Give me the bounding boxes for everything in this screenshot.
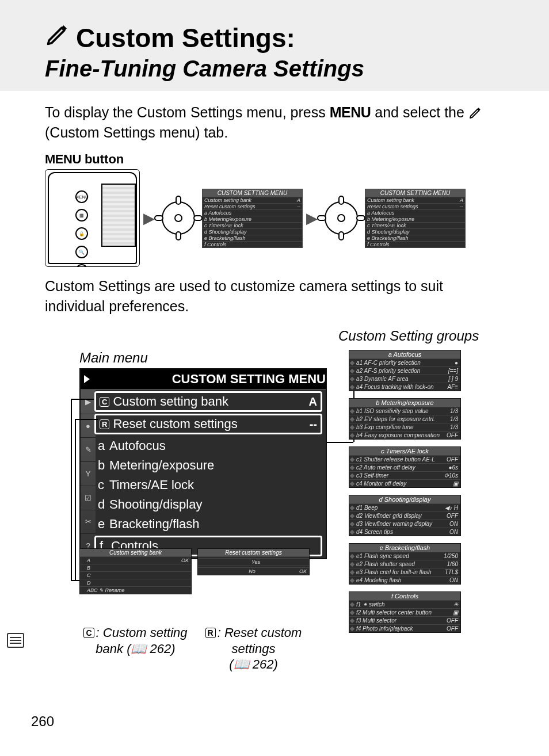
lcd-preview-1: CUSTOM SETTING MENU Custom setting bankA… bbox=[202, 189, 303, 248]
main-menu-item: CCustom setting bankA bbox=[94, 391, 322, 412]
group-title: f Controls bbox=[349, 592, 460, 600]
mini-menu-row: b Metering/exposure bbox=[365, 216, 465, 222]
mini-menu-row: c Timers/AE lock bbox=[203, 222, 302, 228]
group-panel: f Controlsf1 ⁕ switch✳f2 Multi selector … bbox=[349, 591, 461, 633]
mini-menu-row: d Shooting/display bbox=[203, 228, 302, 235]
mini-menu-row: e Bracketing/flash bbox=[203, 235, 302, 241]
main-lcd-title: CUSTOM SETTING MENU bbox=[172, 372, 326, 387]
group-row: d2 Viewfinder grid displayOFF bbox=[349, 511, 460, 520]
title-text-1: Custom Settings: bbox=[76, 22, 295, 54]
mini-menu-row: d Shooting/display bbox=[365, 228, 465, 235]
menu-button-caption: MENU button bbox=[45, 152, 504, 167]
title-text-2: Fine-Tuning Camera Settings bbox=[45, 56, 549, 82]
reset-custom-settings-screen: Reset custom settings YesNoOK bbox=[197, 548, 310, 575]
custom-setting-bank-screen: Custom setting bank AOKBCDABC ✎ Rename bbox=[79, 548, 192, 594]
group-title: b Metering/exposure bbox=[349, 399, 460, 407]
multi-selector-icon bbox=[158, 198, 199, 238]
group-title: a Autofocus bbox=[349, 350, 460, 358]
group-row: b3 Exp comp/fine tune1/3 bbox=[349, 423, 460, 431]
mini-menu-row: Custom setting bankA bbox=[365, 197, 465, 203]
group-panel: e Bracketing/flashe1 Flash sync speed1/2… bbox=[349, 543, 461, 585]
group-row: c2 Auto meter-off delay●6s bbox=[349, 463, 460, 471]
sub-bank-title: Custom setting bank bbox=[80, 549, 191, 556]
main-menu-item: eBracketing/flash bbox=[81, 514, 326, 534]
group-row: a4 Focus tracking with lock-onAF≡ bbox=[349, 383, 460, 391]
menu-section-icon bbox=[7, 633, 24, 648]
mini-menu-row: f Controls bbox=[365, 241, 465, 247]
groups-label: Custom Setting groups bbox=[338, 328, 479, 344]
arrow-right-icon: ▶ bbox=[306, 209, 318, 227]
mini-menu-row: c Timers/AE lock bbox=[365, 222, 465, 228]
bank-cap-2: bank (📖 262) bbox=[96, 642, 175, 656]
intro-pre: To display the Custom Settings menu, pre… bbox=[45, 104, 330, 120]
group-row: c1 Shutter-release button AE-LOFF bbox=[349, 455, 460, 463]
main-menu-item: cTimers/AE lock bbox=[81, 475, 326, 495]
button-word: button bbox=[81, 152, 124, 166]
navigation-diagram: MENU▦🔒🔍OK ▶ CUSTOM SETTING MENU Custom s… bbox=[45, 169, 504, 267]
page-header: Custom Settings: Fine-Tuning Camera Sett… bbox=[0, 0, 549, 91]
bank-row: C bbox=[80, 571, 191, 579]
group-panel: a Autofocusa1 AF-C priority selection●a2… bbox=[349, 350, 461, 391]
group-panel: c Timers/AE lockc1 Shutter-release butto… bbox=[349, 446, 461, 488]
group-row: d1 Beep◀♪ H bbox=[349, 503, 460, 511]
reset-cap-2: settings bbox=[232, 642, 276, 656]
group-row: b1 ISO sensitivity step value1/3 bbox=[349, 407, 460, 415]
group-title: d Shooting/display bbox=[349, 495, 460, 503]
reset-caption: R: Reset custom settings (📖 262) bbox=[197, 625, 310, 673]
title-line-1: Custom Settings: bbox=[45, 22, 549, 54]
bank-row: D bbox=[80, 579, 191, 586]
main-lcd-menu: CUSTOM SETTING MENU ▶●✎Y☑✂? CCustom sett… bbox=[79, 368, 327, 559]
bank-row: B bbox=[80, 564, 191, 571]
mini-menu-row: Custom setting bankA bbox=[203, 197, 302, 203]
group-row: e1 Flash sync speed1/250 bbox=[349, 552, 460, 560]
group-row: f1 ⁕ switch✳ bbox=[349, 600, 460, 608]
group-row: d4 Screen tipsON bbox=[349, 528, 460, 536]
reset-cap-3: (📖 262) bbox=[229, 657, 277, 671]
pre-c: C bbox=[83, 628, 94, 638]
main-menu-item: aAutofocus bbox=[81, 436, 326, 456]
description-paragraph: Custom Settings are used to customize ca… bbox=[45, 276, 504, 316]
group-row: f4 Photo info/playbackOFF bbox=[349, 624, 460, 632]
group-row: a2 AF-S priority selection[==] bbox=[349, 366, 460, 375]
main-menu-label: Main menu bbox=[79, 350, 148, 366]
pencil-icon bbox=[45, 22, 70, 54]
bank-row: AOK bbox=[80, 556, 191, 564]
group-row: b2 EV steps for exposure cntrl.1/3 bbox=[349, 415, 460, 423]
group-title: c Timers/AE lock bbox=[349, 447, 460, 455]
mini-menu-row: b Metering/exposure bbox=[203, 216, 302, 222]
reset-row: NoOK bbox=[198, 567, 309, 575]
group-row: a3 Dynamic AF area[·] 9 bbox=[349, 375, 460, 383]
menu-word: MENU bbox=[330, 104, 371, 120]
bank-cap-1: : Custom setting bbox=[96, 625, 188, 640]
mini-menu-row: Reset custom settings-- bbox=[203, 203, 302, 209]
menu-glyph: MENU bbox=[45, 152, 81, 166]
group-row: e4 Modeling flashON bbox=[349, 576, 460, 584]
group-row: f2 Multi selector center button▣ bbox=[349, 608, 460, 616]
sub-reset-title: Reset custom settings bbox=[198, 549, 309, 556]
pencil-icon bbox=[468, 104, 482, 120]
main-menu-item: RReset custom settings-- bbox=[94, 414, 322, 434]
group-row: c4 Monitor off delay▣ bbox=[349, 479, 460, 487]
main-menu-item: bMetering/exposure bbox=[81, 456, 326, 475]
group-panel: d Shooting/displayd1 Beep◀♪ Hd2 Viewfind… bbox=[349, 495, 461, 536]
camera-illustration: MENU▦🔒🔍OK bbox=[45, 169, 140, 267]
group-row: d3 Viewfinder warning displayON bbox=[349, 520, 460, 528]
intro-paragraph: To display the Custom Settings menu, pre… bbox=[45, 102, 504, 143]
page-number: 260 bbox=[31, 713, 54, 730]
reset-row: Yes bbox=[198, 558, 309, 566]
main-menu-item: dShooting/display bbox=[81, 495, 326, 514]
bank-caption: C: Custom setting bank (📖 262) bbox=[79, 625, 192, 656]
lcd-preview-2: CUSTOM SETTING MENU Custom setting bankA… bbox=[365, 189, 466, 248]
mini-menu-row: e Bracketing/flash bbox=[365, 235, 465, 241]
mini-menu-title: CUSTOM SETTING MENU bbox=[365, 189, 465, 197]
mini-menu-row: Reset custom settings-- bbox=[365, 203, 465, 209]
pre-r: R bbox=[205, 628, 216, 638]
group-row: c3 Self-timer⟳10s bbox=[349, 471, 460, 479]
group-row: e2 Flash shutter speed1/60 bbox=[349, 560, 460, 568]
mini-menu-row: a Autofocus bbox=[365, 209, 465, 216]
group-row: e3 Flash cntrl for built-in flashTTL$ bbox=[349, 568, 460, 576]
group-row: b4 Easy exposure compensationOFF bbox=[349, 431, 460, 439]
group-row: f3 Multi selectorOFF bbox=[349, 616, 460, 624]
multi-selector-icon bbox=[321, 198, 361, 238]
mini-menu-row: a Autofocus bbox=[203, 209, 302, 216]
